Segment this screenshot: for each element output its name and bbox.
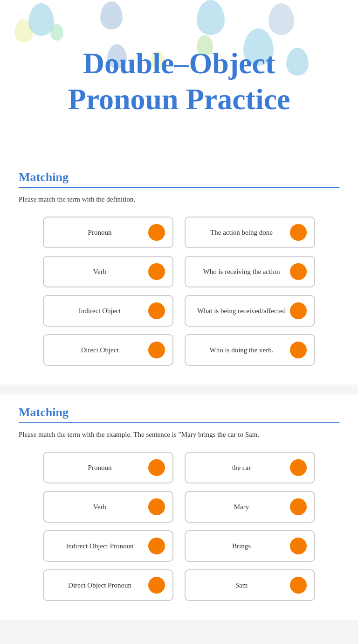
match-dot[interactable] xyxy=(148,302,165,319)
match-card-right[interactable]: What is being received/affected xyxy=(185,295,315,327)
match-card-text: What is being received/affected xyxy=(193,307,290,315)
match-card-text: Verb xyxy=(51,503,148,511)
decorative-drop xyxy=(268,3,294,35)
match-dot[interactable] xyxy=(148,342,165,358)
section1-divider xyxy=(19,187,339,188)
match-card-text: Mary xyxy=(193,503,290,511)
match-dot[interactable] xyxy=(290,538,307,554)
match-dot[interactable] xyxy=(148,263,165,280)
match-card-left[interactable]: Pronoun xyxy=(43,217,173,248)
page-title: Double–Object Pronoun Practice xyxy=(68,46,290,118)
match-dot[interactable] xyxy=(148,224,165,241)
match-card-text: Who is receiving the action xyxy=(193,268,290,276)
match-card-text: Brings xyxy=(193,542,290,550)
match-dot[interactable] xyxy=(148,498,165,515)
hero-section: Double–Object Pronoun Practice xyxy=(0,0,358,159)
decorative-drop xyxy=(197,0,225,35)
match-card-text: Pronoun xyxy=(51,464,148,472)
section2-divider xyxy=(19,422,339,423)
match-dot[interactable] xyxy=(290,459,307,476)
match-card-right[interactable]: Sam xyxy=(185,569,315,601)
match-card-left[interactable]: Direct Object Pronoun xyxy=(43,569,173,601)
match-dot[interactable] xyxy=(290,302,307,319)
decorative-drop xyxy=(100,1,123,29)
match-card-left[interactable]: Indirect Object Pronoun xyxy=(43,530,173,562)
match-card-right[interactable]: The action being done xyxy=(185,217,315,248)
match-card-left[interactable]: Verb xyxy=(43,491,173,523)
match-card-right[interactable]: Mary xyxy=(185,491,315,523)
matching-col-left-2: PronounVerbIndirect Object PronounDirect… xyxy=(43,452,173,601)
section1-instruction: Please match the term with the definitio… xyxy=(19,196,339,203)
match-card-text: Pronoun xyxy=(51,229,148,237)
decorative-drop xyxy=(28,3,54,36)
match-card-text: Indirect Object Pronoun xyxy=(51,542,148,550)
match-card-text: Verb xyxy=(51,268,148,276)
match-card-text: Sam xyxy=(193,581,290,589)
match-card-right[interactable]: Who is doing the verb. xyxy=(185,334,315,366)
match-card-right[interactable]: Who is receiving the action xyxy=(185,256,315,287)
match-card-text: the car xyxy=(193,464,290,472)
section2-instruction: Please match the term with the example. … xyxy=(19,431,339,439)
section-matching-2: Matching Please match the term with the … xyxy=(0,394,358,620)
match-card-text: Direct Object Pronoun xyxy=(51,581,148,589)
match-card-right[interactable]: the car xyxy=(185,452,315,483)
section2-title: Matching xyxy=(19,406,339,420)
match-card-text: Direct Object xyxy=(51,346,148,354)
matching-grid-1: PronounVerbIndirect ObjectDirect Object … xyxy=(19,217,339,366)
match-dot[interactable] xyxy=(290,263,307,280)
match-card-text: The action being done xyxy=(193,229,290,237)
title-line2: Pronoun Practice xyxy=(68,83,290,116)
match-card-text: Indirect Object xyxy=(51,307,148,315)
matching-col-right-1: The action being doneWho is receiving th… xyxy=(185,217,315,366)
match-card-left[interactable]: Indirect Object xyxy=(43,295,173,327)
match-card-right[interactable]: Brings xyxy=(185,530,315,562)
match-dot[interactable] xyxy=(148,577,165,594)
title-line1: Double–Object xyxy=(83,47,275,80)
matching-col-left-1: PronounVerbIndirect ObjectDirect Object xyxy=(43,217,173,366)
match-card-text: Who is doing the verb. xyxy=(193,346,290,354)
match-dot[interactable] xyxy=(290,498,307,515)
match-card-left[interactable]: Verb xyxy=(43,256,173,287)
matching-col-right-2: the carMaryBringsSam xyxy=(185,452,315,601)
match-dot[interactable] xyxy=(148,538,165,554)
match-dot[interactable] xyxy=(290,224,307,241)
match-dot[interactable] xyxy=(148,459,165,476)
section-matching-1: Matching Please match the term with the … xyxy=(0,159,358,385)
section1-title: Matching xyxy=(19,170,339,184)
match-card-left[interactable]: Pronoun xyxy=(43,452,173,483)
match-dot[interactable] xyxy=(290,577,307,594)
match-dot[interactable] xyxy=(290,342,307,358)
match-card-left[interactable]: Direct Object xyxy=(43,334,173,366)
matching-grid-2: PronounVerbIndirect Object PronounDirect… xyxy=(19,452,339,601)
